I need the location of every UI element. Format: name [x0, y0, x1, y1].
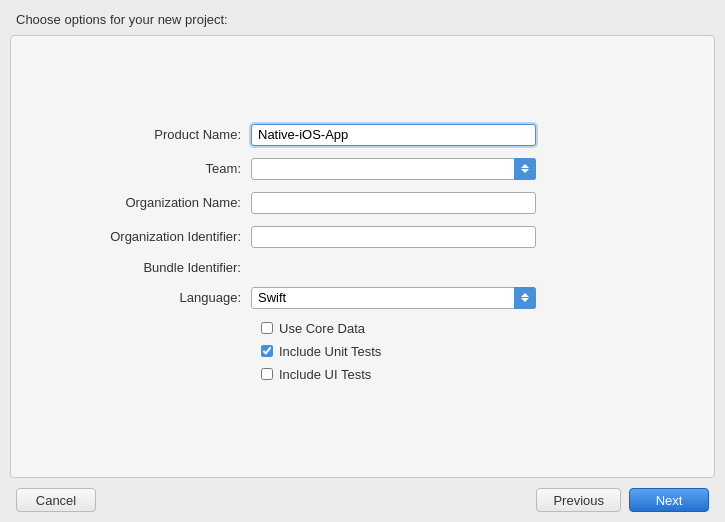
- include-ui-tests-checkbox[interactable]: [261, 368, 273, 380]
- team-select[interactable]: [251, 158, 536, 180]
- header-title: Choose options for your new project:: [16, 12, 228, 27]
- team-select-wrapper: [251, 158, 536, 180]
- use-core-data-checkbox[interactable]: [261, 322, 273, 334]
- use-core-data-row: Use Core Data: [261, 321, 674, 336]
- bundle-identifier-row: Bundle Identifier:: [51, 260, 674, 275]
- org-identifier-input[interactable]: [251, 226, 536, 248]
- language-select[interactable]: Swift Objective-C: [251, 287, 536, 309]
- team-label: Team:: [51, 161, 251, 176]
- bundle-identifier-label: Bundle Identifier:: [51, 260, 251, 275]
- include-ui-tests-label: Include UI Tests: [279, 367, 371, 382]
- product-name-input[interactable]: [251, 124, 536, 146]
- language-select-wrapper: Swift Objective-C: [251, 287, 536, 309]
- org-name-row: Organization Name:: [51, 192, 674, 214]
- product-name-row: Product Name:: [51, 124, 674, 146]
- org-identifier-label: Organization Identifier:: [51, 229, 251, 244]
- language-row: Language: Swift Objective-C: [51, 287, 674, 309]
- include-unit-tests-row: Include Unit Tests: [261, 344, 674, 359]
- use-core-data-label: Use Core Data: [279, 321, 365, 336]
- next-button[interactable]: Next: [629, 488, 709, 512]
- include-unit-tests-label: Include Unit Tests: [279, 344, 381, 359]
- org-name-input[interactable]: [251, 192, 536, 214]
- team-row: Team:: [51, 158, 674, 180]
- cancel-button[interactable]: Cancel: [16, 488, 96, 512]
- org-name-label: Organization Name:: [51, 195, 251, 210]
- include-unit-tests-checkbox[interactable]: [261, 345, 273, 357]
- product-name-label: Product Name:: [51, 127, 251, 142]
- org-identifier-row: Organization Identifier:: [51, 226, 674, 248]
- language-label: Language:: [51, 290, 251, 305]
- previous-button[interactable]: Previous: [536, 488, 621, 512]
- include-ui-tests-row: Include UI Tests: [261, 367, 674, 382]
